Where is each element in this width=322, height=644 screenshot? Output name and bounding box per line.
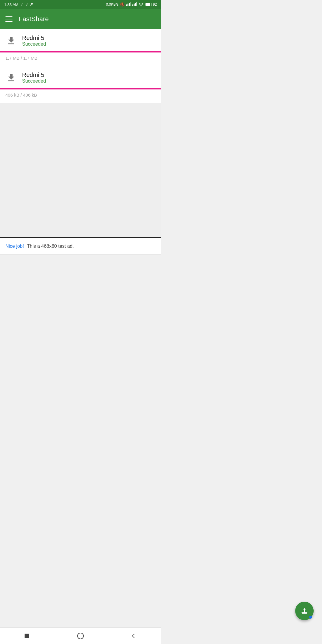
ad-banner: Nice job! This a 468x60 test ad. [0, 237, 161, 255]
svg-rect-0 [126, 4, 127, 6]
progress-fill-1 [0, 51, 161, 52]
device-name-1: Redmi 5 [22, 35, 46, 41]
svg-rect-2 [129, 3, 130, 6]
svg-rect-7 [136, 2, 137, 6]
progress-fill-2 [0, 88, 161, 89]
status-right: 0.0KB/s 🔕 92 [106, 2, 157, 7]
transfer-cards-container: Redmi 5 Succeeded 1.7 MB / 1.7 MB Redmi … [0, 29, 161, 103]
status-text-1: Succeeded [22, 41, 46, 47]
wifi-icon [139, 2, 143, 7]
f-icon: F [30, 2, 33, 7]
transfer-card-2: Redmi 5 Succeeded 406 kB / 406 kB [0, 66, 161, 103]
check-icon-2: ✓ [25, 2, 29, 7]
time: 1:33 AM [4, 2, 18, 7]
download-icon-2 [5, 72, 17, 84]
device-name-2: Redmi 5 [22, 72, 46, 78]
signal-icon-2 [132, 2, 137, 7]
svg-rect-4 [132, 4, 133, 6]
ad-text: This a 468x60 test ad. [27, 244, 74, 249]
app-title: FastShare [18, 15, 49, 23]
status-bar: 1:33 AM ✓ ✓ F 0.0KB/s 🔕 [0, 0, 161, 9]
device-info-1: Redmi 5 Succeeded [22, 35, 46, 47]
check-icon-1: ✓ [20, 2, 24, 7]
status-text-2: Succeeded [22, 78, 46, 84]
card-header-2: Redmi 5 Succeeded [0, 66, 161, 87]
device-info-2: Redmi 5 Succeeded [22, 72, 46, 84]
ad-nice-job: Nice job! [5, 244, 24, 249]
svg-rect-5 [134, 4, 134, 6]
mute-icon: 🔕 [120, 2, 125, 7]
hamburger-menu-icon[interactable] [5, 16, 13, 22]
file-size-1: 1.7 MB / 1.7 MB [0, 52, 161, 66]
transfer-card-1: Redmi 5 Succeeded 1.7 MB / 1.7 MB [0, 29, 161, 66]
card-header-1: Redmi 5 Succeeded [0, 29, 161, 50]
download-icon-1 [5, 35, 17, 47]
progress-bar-1 [0, 51, 161, 52]
signal-icon-1 [126, 2, 131, 7]
svg-rect-1 [127, 4, 128, 6]
gray-area [0, 103, 161, 237]
battery-percent: 92 [153, 2, 157, 7]
status-left: 1:33 AM ✓ ✓ F [4, 2, 33, 7]
network-speed: 0.0KB/s [106, 2, 119, 7]
file-size-2: 406 kB / 406 kB [0, 89, 161, 103]
battery-icon [145, 3, 151, 6]
progress-bar-2 [0, 88, 161, 89]
svg-rect-3 [130, 2, 131, 6]
app-bar: FastShare [0, 9, 161, 29]
svg-rect-6 [135, 3, 136, 6]
